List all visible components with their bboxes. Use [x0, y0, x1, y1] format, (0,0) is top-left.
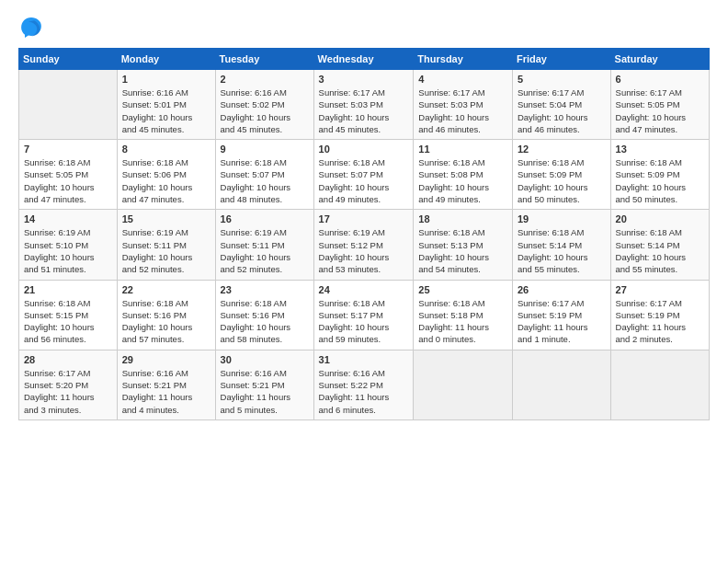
- day-cell: 16Sunrise: 6:19 AMSunset: 5:11 PMDayligh…: [215, 210, 313, 280]
- day-number: 1: [122, 74, 210, 85]
- day-info: Sunrise: 6:18 AMSunset: 5:14 PMDaylight:…: [616, 226, 704, 275]
- day-cell: 12Sunrise: 6:18 AMSunset: 5:09 PMDayligh…: [512, 140, 610, 210]
- day-number: 25: [418, 284, 507, 295]
- weekday-header: Sunday: [19, 49, 118, 70]
- day-cell: 15Sunrise: 6:19 AMSunset: 5:11 PMDayligh…: [117, 210, 215, 280]
- day-cell: 26Sunrise: 6:17 AMSunset: 5:19 PMDayligh…: [512, 280, 610, 350]
- page: SundayMondayTuesdayWednesdayThursdayFrid…: [0, 0, 728, 563]
- day-cell: 30Sunrise: 6:16 AMSunset: 5:21 PMDayligh…: [215, 350, 313, 419]
- day-number: 17: [319, 213, 409, 224]
- day-cell: [512, 350, 610, 419]
- day-info: Sunrise: 6:18 AMSunset: 5:14 PMDaylight:…: [518, 226, 606, 275]
- day-cell: 22Sunrise: 6:18 AMSunset: 5:16 PMDayligh…: [117, 280, 215, 350]
- day-cell: 8Sunrise: 6:18 AMSunset: 5:06 PMDaylight…: [117, 140, 215, 210]
- day-number: 23: [221, 284, 309, 295]
- weekday-header: Wednesday: [313, 49, 414, 70]
- day-number: 20: [616, 213, 704, 224]
- calendar: SundayMondayTuesdayWednesdayThursdayFrid…: [18, 48, 710, 420]
- day-info: Sunrise: 6:18 AMSunset: 5:16 PMDaylight:…: [122, 297, 210, 346]
- day-number: 10: [319, 144, 409, 155]
- calendar-body: 1Sunrise: 6:16 AMSunset: 5:01 PMDaylight…: [19, 70, 710, 420]
- day-info: Sunrise: 6:17 AMSunset: 5:05 PMDaylight:…: [616, 86, 704, 135]
- day-cell: 6Sunrise: 6:17 AMSunset: 5:05 PMDaylight…: [610, 70, 709, 140]
- day-number: 4: [418, 74, 507, 85]
- day-number: 22: [122, 284, 210, 295]
- week-row: 28Sunrise: 6:17 AMSunset: 5:20 PMDayligh…: [19, 350, 710, 419]
- day-info: Sunrise: 6:19 AMSunset: 5:12 PMDaylight:…: [319, 226, 409, 275]
- day-info: Sunrise: 6:18 AMSunset: 5:13 PMDaylight:…: [418, 226, 507, 275]
- day-info: Sunrise: 6:19 AMSunset: 5:11 PMDaylight:…: [221, 226, 309, 275]
- weekday-header: Thursday: [414, 49, 513, 70]
- day-cell: 3Sunrise: 6:17 AMSunset: 5:03 PMDaylight…: [313, 70, 414, 140]
- day-info: Sunrise: 6:18 AMSunset: 5:06 PMDaylight:…: [122, 156, 210, 205]
- day-info: Sunrise: 6:17 AMSunset: 5:19 PMDaylight:…: [518, 297, 606, 346]
- day-cell: 13Sunrise: 6:18 AMSunset: 5:09 PMDayligh…: [610, 140, 709, 210]
- day-cell: 25Sunrise: 6:18 AMSunset: 5:18 PMDayligh…: [414, 280, 513, 350]
- week-row: 1Sunrise: 6:16 AMSunset: 5:01 PMDaylight…: [19, 70, 710, 140]
- day-info: Sunrise: 6:17 AMSunset: 5:04 PMDaylight:…: [518, 86, 606, 135]
- day-info: Sunrise: 6:18 AMSunset: 5:16 PMDaylight:…: [221, 297, 309, 346]
- day-cell: 4Sunrise: 6:17 AMSunset: 5:03 PMDaylight…: [414, 70, 513, 140]
- day-info: Sunrise: 6:18 AMSunset: 5:18 PMDaylight:…: [418, 297, 507, 346]
- day-info: Sunrise: 6:18 AMSunset: 5:07 PMDaylight:…: [221, 156, 309, 205]
- day-number: 16: [221, 213, 309, 224]
- day-info: Sunrise: 6:16 AMSunset: 5:21 PMDaylight:…: [122, 367, 210, 416]
- day-info: Sunrise: 6:17 AMSunset: 5:20 PMDaylight:…: [24, 367, 112, 416]
- day-cell: 31Sunrise: 6:16 AMSunset: 5:22 PMDayligh…: [313, 350, 414, 419]
- day-info: Sunrise: 6:18 AMSunset: 5:15 PMDaylight:…: [24, 297, 112, 346]
- day-number: 31: [319, 354, 409, 365]
- day-number: 21: [24, 284, 112, 295]
- day-number: 14: [24, 213, 112, 224]
- day-info: Sunrise: 6:17 AMSunset: 5:19 PMDaylight:…: [616, 297, 704, 346]
- day-cell: 2Sunrise: 6:16 AMSunset: 5:02 PMDaylight…: [215, 70, 313, 140]
- week-row: 7Sunrise: 6:18 AMSunset: 5:05 PMDaylight…: [19, 140, 710, 210]
- day-info: Sunrise: 6:18 AMSunset: 5:17 PMDaylight:…: [319, 297, 409, 346]
- day-info: Sunrise: 6:17 AMSunset: 5:03 PMDaylight:…: [319, 86, 409, 135]
- header: [18, 15, 710, 40]
- day-number: 5: [518, 74, 606, 85]
- day-number: 8: [122, 144, 210, 155]
- day-info: Sunrise: 6:17 AMSunset: 5:03 PMDaylight:…: [418, 86, 507, 135]
- day-cell: 10Sunrise: 6:18 AMSunset: 5:07 PMDayligh…: [313, 140, 414, 210]
- day-cell: 14Sunrise: 6:19 AMSunset: 5:10 PMDayligh…: [19, 210, 118, 280]
- day-info: Sunrise: 6:19 AMSunset: 5:10 PMDaylight:…: [24, 226, 112, 275]
- day-number: 6: [616, 74, 704, 85]
- day-info: Sunrise: 6:18 AMSunset: 5:07 PMDaylight:…: [319, 156, 409, 205]
- day-info: Sunrise: 6:18 AMSunset: 5:09 PMDaylight:…: [616, 156, 704, 205]
- day-cell: 5Sunrise: 6:17 AMSunset: 5:04 PMDaylight…: [512, 70, 610, 140]
- weekday-header: Tuesday: [215, 49, 313, 70]
- day-info: Sunrise: 6:18 AMSunset: 5:08 PMDaylight:…: [418, 156, 507, 205]
- week-row: 21Sunrise: 6:18 AMSunset: 5:15 PMDayligh…: [19, 280, 710, 350]
- day-cell: 9Sunrise: 6:18 AMSunset: 5:07 PMDaylight…: [215, 140, 313, 210]
- day-number: 27: [616, 284, 704, 295]
- day-number: 9: [221, 144, 309, 155]
- week-row: 14Sunrise: 6:19 AMSunset: 5:10 PMDayligh…: [19, 210, 710, 280]
- day-cell: 28Sunrise: 6:17 AMSunset: 5:20 PMDayligh…: [19, 350, 118, 419]
- day-info: Sunrise: 6:19 AMSunset: 5:11 PMDaylight:…: [122, 226, 210, 275]
- day-cell: 21Sunrise: 6:18 AMSunset: 5:15 PMDayligh…: [19, 280, 118, 350]
- weekday-header: Friday: [512, 49, 610, 70]
- day-number: 30: [221, 354, 309, 365]
- day-cell: [19, 70, 118, 140]
- day-cell: [610, 350, 709, 419]
- day-number: 2: [221, 74, 309, 85]
- day-cell: 7Sunrise: 6:18 AMSunset: 5:05 PMDaylight…: [19, 140, 118, 210]
- day-cell: 19Sunrise: 6:18 AMSunset: 5:14 PMDayligh…: [512, 210, 610, 280]
- day-number: 26: [518, 284, 606, 295]
- logo: [18, 15, 48, 40]
- day-cell: 17Sunrise: 6:19 AMSunset: 5:12 PMDayligh…: [313, 210, 414, 280]
- day-info: Sunrise: 6:18 AMSunset: 5:05 PMDaylight:…: [24, 156, 112, 205]
- day-cell: 24Sunrise: 6:18 AMSunset: 5:17 PMDayligh…: [313, 280, 414, 350]
- day-number: 18: [418, 213, 507, 224]
- weekday-header: Saturday: [610, 49, 709, 70]
- weekday-row: SundayMondayTuesdayWednesdayThursdayFrid…: [19, 49, 710, 70]
- day-cell: [414, 350, 513, 419]
- day-number: 19: [518, 213, 606, 224]
- day-cell: 1Sunrise: 6:16 AMSunset: 5:01 PMDaylight…: [117, 70, 215, 140]
- day-info: Sunrise: 6:18 AMSunset: 5:09 PMDaylight:…: [518, 156, 606, 205]
- day-number: 3: [319, 74, 409, 85]
- day-number: 15: [122, 213, 210, 224]
- day-info: Sunrise: 6:16 AMSunset: 5:01 PMDaylight:…: [122, 86, 210, 135]
- logo-icon: [18, 15, 44, 40]
- day-cell: 23Sunrise: 6:18 AMSunset: 5:16 PMDayligh…: [215, 280, 313, 350]
